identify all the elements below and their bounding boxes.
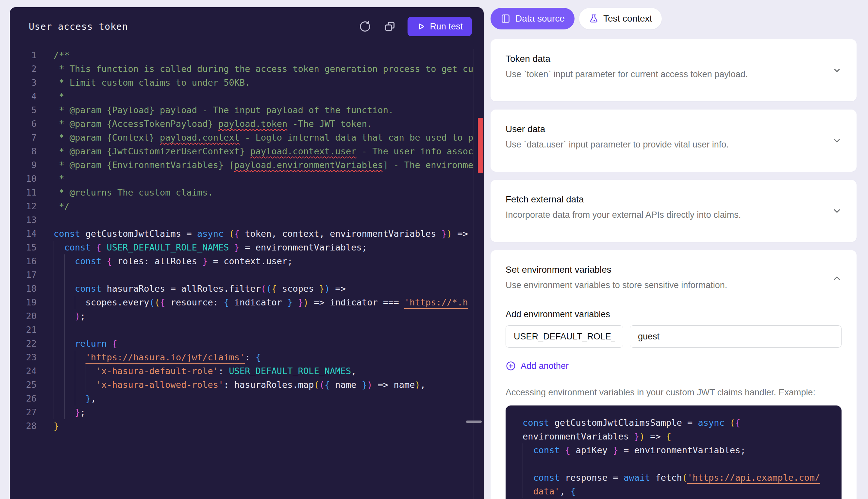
code-editor-panel[interactable]: User access token Run test	[10, 7, 484, 499]
code-line: 25 'x-hasura-allowed-roles': hasuraRoles…	[10, 378, 484, 392]
line-number: 20	[10, 309, 37, 323]
code-text: }	[54, 419, 484, 433]
code-text: const getCustomJwtClaims = async ({ toke…	[54, 227, 484, 241]
code-line: 6 * @param {AccessTokenPayload} payload.…	[10, 117, 484, 131]
line-number: 9	[10, 158, 37, 172]
chevron-down-icon[interactable]	[832, 135, 842, 146]
add-another-label: Add another	[520, 361, 569, 371]
play-icon	[417, 22, 426, 31]
card-fetch-external-data[interactable]: Fetch external data Incorporate data fro…	[491, 180, 857, 242]
data-source-icon	[500, 13, 511, 24]
code-text: const { roles: allRoles } = context.user…	[54, 254, 484, 268]
refresh-icon	[359, 20, 371, 33]
line-number: 15	[10, 241, 37, 254]
chevron-up-icon[interactable]	[832, 273, 842, 283]
code-text: );	[54, 309, 484, 323]
code-line: 21	[10, 323, 484, 337]
code-text: /**	[54, 48, 484, 62]
line-number: 1	[10, 48, 37, 62]
line-number: 3	[10, 76, 37, 89]
code-text: * @param {EnvironmentVariables} [payload…	[54, 158, 484, 172]
code-text: const getCustomJwtClaimsSample = async (…	[523, 416, 829, 430]
line-number: 16	[10, 254, 37, 268]
code-text: * @param {JwtCustomizerUserContext} payl…	[54, 145, 484, 158]
scrollbar-thumb[interactable]	[466, 421, 482, 423]
code-line: 23 'https://hasura.io/jwt/claims': {	[10, 351, 484, 364]
code-line: 18 const hasuraRoles = allRoles.filter((…	[10, 282, 484, 296]
line-number: 12	[10, 199, 37, 213]
env-helper-text: Accessing environment variables in your …	[506, 388, 842, 398]
code-text: * @param {Payload} payload - The input p…	[54, 104, 484, 117]
tab-test-context[interactable]: Test context	[579, 8, 662, 29]
code-line: 5 * @param {Payload} payload - The input…	[10, 104, 484, 117]
code-text: const hasuraRoles = allRoles.filter(({ s…	[54, 282, 484, 296]
refresh-button[interactable]	[358, 19, 372, 34]
line-number: 17	[10, 268, 37, 282]
line-number: 2	[10, 62, 37, 76]
plus-circle-icon	[506, 361, 516, 371]
code-text: 'x-hasura-allowed-roles': hasuraRoles.ma…	[54, 378, 484, 392]
code-text	[54, 323, 484, 337]
copy-button[interactable]	[383, 19, 397, 34]
code-line: const { apiKey } = environmentVariables;	[523, 443, 829, 457]
code-line: 13	[10, 213, 484, 227]
env-variable-row	[506, 325, 842, 348]
code-text: * @param {Context} payload.context - Log…	[54, 131, 484, 145]
line-number: 24	[10, 364, 37, 378]
code-line	[523, 457, 829, 471]
line-number: 25	[10, 378, 37, 392]
chevron-down-icon[interactable]	[832, 65, 842, 75]
card-token-data[interactable]: Token data Use `token` input parameter f…	[491, 39, 857, 101]
code-text: */	[54, 199, 484, 213]
code-text: * Limit custom claims to under 50KB.	[54, 76, 484, 89]
code-area[interactable]: 1/**2 * This function is called during t…	[10, 48, 484, 433]
code-line: 24 'x-hasura-default-role': USER_DEFAULT…	[10, 364, 484, 378]
code-text: *	[54, 172, 484, 186]
card-title: Fetch external data	[506, 194, 842, 205]
code-text	[523, 457, 829, 471]
code-line: 22 return {	[10, 337, 484, 351]
tab-data-source-label: Data source	[515, 13, 565, 24]
code-text: 'x-hasura-default-role': USER_DEFAULT_RO…	[54, 364, 484, 378]
tab-test-context-label: Test context	[603, 13, 652, 24]
code-line: 16 const { roles: allRoles } = context.u…	[10, 254, 484, 268]
add-another-button[interactable]: Add another	[506, 361, 569, 371]
editor-actions: Run test	[358, 17, 472, 36]
line-number: 13	[10, 213, 37, 227]
line-number: 5	[10, 104, 37, 117]
code-text	[54, 213, 484, 227]
chevron-down-icon[interactable]	[832, 206, 842, 216]
line-number: 26	[10, 392, 37, 405]
line-number: 22	[10, 337, 37, 351]
code-line: 28}	[10, 419, 484, 433]
code-text: },	[54, 392, 484, 405]
code-line: 19 scopes.every(({ resource: { indicator…	[10, 296, 484, 309]
card-user-data[interactable]: User data Use `data.user` input paramete…	[491, 110, 857, 172]
code-line: 1/**	[10, 48, 484, 62]
card-title: User data	[506, 124, 842, 134]
code-text: data', {	[523, 485, 829, 498]
code-text: };	[54, 405, 484, 419]
jwt-claims-editor-page: { "colors": { "accent_purple": "#5d34f2"…	[0, 0, 868, 499]
tab-data-source[interactable]: Data source	[491, 8, 575, 29]
line-number: 27	[10, 405, 37, 419]
line-number: 18	[10, 282, 37, 296]
env-value-input[interactable]	[630, 325, 842, 348]
code-line: const getCustomJwtClaimsSample = async (…	[523, 416, 829, 430]
code-line: 12 */	[10, 199, 484, 213]
line-number: 23	[10, 351, 37, 364]
code-line: 14const getCustomJwtClaims = async ({ to…	[10, 227, 484, 241]
code-line: 10 *	[10, 172, 484, 186]
card-set-environment-variables: Set environment variables Use environmen…	[491, 250, 857, 499]
line-number: 7	[10, 131, 37, 145]
run-test-button[interactable]: Run test	[407, 17, 472, 36]
env-key-input[interactable]	[506, 325, 623, 348]
line-number: 14	[10, 227, 37, 241]
code-line: environmentVariables }) => {	[523, 430, 829, 443]
copy-icon	[384, 20, 396, 33]
card-desc: Use `data.user` input parameter to provi…	[506, 139, 842, 150]
code-text	[54, 268, 484, 282]
line-number: 19	[10, 296, 37, 309]
code-line: 26 },	[10, 392, 484, 405]
sample-code-block: const getCustomJwtClaimsSample = async (…	[506, 405, 842, 499]
